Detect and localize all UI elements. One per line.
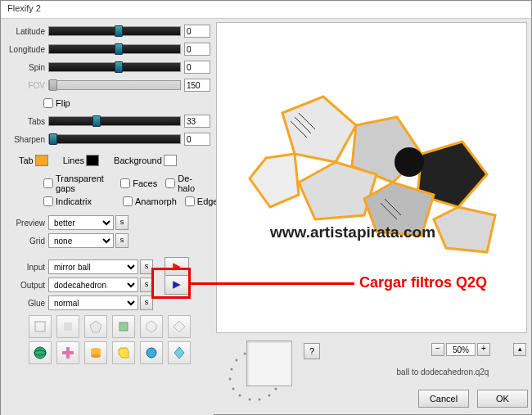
svg-rect-11 (62, 351, 74, 354)
lines-color-swatch[interactable] (86, 155, 99, 166)
sharpen-value[interactable] (184, 133, 210, 146)
fov-slider[interactable] (48, 80, 181, 90)
transparent-gaps-label: Transparent gaps (56, 174, 112, 193)
dialog-window: Flexify 2 Latitude Longitude Spin FOV Fl… (0, 0, 532, 415)
background-color-label: Background (114, 156, 162, 165)
preset-btn-5[interactable] (140, 315, 163, 338)
grid-select[interactable]: none (48, 233, 114, 248)
square-solid-icon (61, 320, 74, 333)
longitude-slider[interactable] (48, 44, 181, 54)
preset-btn-11[interactable] (140, 341, 163, 364)
preset-btn-9[interactable] (84, 341, 107, 364)
preview-select[interactable]: better (48, 215, 114, 230)
window-title: Flexify 2 (1, 1, 531, 19)
preset-btn-2[interactable] (56, 315, 79, 338)
spin-slider[interactable] (48, 62, 181, 72)
tab-color-label: Tab (19, 156, 34, 165)
sharpen-slider[interactable] (48, 134, 181, 144)
preset-btn-4[interactable] (112, 315, 135, 338)
svg-point-37 (229, 378, 232, 381)
anamorph-checkbox[interactable] (123, 196, 133, 206)
svg-point-31 (275, 388, 277, 390)
fov-label: FOV (4, 81, 45, 90)
svg-point-34 (249, 399, 251, 401)
svg-point-32 (268, 395, 271, 397)
svg-rect-3 (64, 323, 72, 331)
expand-button[interactable]: ▴ (513, 343, 526, 356)
tab-color-swatch[interactable] (35, 155, 48, 166)
svg-marker-7 (174, 321, 185, 332)
grid-select-label: Grid (4, 237, 45, 246)
plus-pink-icon (61, 346, 74, 359)
svg-rect-2 (35, 322, 45, 332)
cancel-button[interactable]: Cancel (418, 390, 469, 408)
tabs-slider[interactable] (48, 116, 181, 126)
glue-select[interactable]: normal (48, 295, 138, 310)
preview-reset-button[interactable]: s (115, 215, 128, 230)
dehalo-checkbox[interactable] (165, 178, 175, 188)
flip-checkbox[interactable] (43, 98, 53, 108)
preset-btn-3[interactable] (84, 315, 107, 338)
thumbnail-well[interactable] (246, 341, 292, 386)
svg-marker-6 (147, 321, 156, 332)
svg-point-35 (239, 395, 241, 397)
dehalo-label: De-halo (178, 174, 202, 193)
square-outline-icon (34, 320, 47, 333)
flip-label: Flip (56, 98, 70, 108)
diamond-icon (173, 320, 186, 333)
svg-point-8 (34, 347, 46, 359)
svg-marker-15 (119, 348, 128, 358)
zoom-in-button[interactable]: + (477, 343, 490, 356)
ok-button[interactable]: OK (477, 390, 528, 408)
preset-btn-10[interactable] (112, 341, 135, 364)
help-button[interactable]: ? (304, 343, 320, 359)
status-text: ball to dodecahedron.q2q (361, 368, 525, 377)
grid-reset-button[interactable]: s (115, 233, 128, 248)
indicatrix-checkbox[interactable] (43, 196, 53, 206)
edges-checkbox[interactable] (185, 196, 195, 206)
tabs-label: Tabs (4, 117, 45, 126)
preset-btn-12[interactable] (168, 341, 191, 364)
glue-select-label: Glue (4, 299, 45, 308)
tabs-value[interactable] (184, 115, 210, 128)
faces-label: Faces (133, 178, 157, 188)
output-select[interactable]: dodecahedron (48, 277, 138, 292)
svg-point-33 (259, 399, 261, 401)
watermark-text: www.artistapirata.com (270, 223, 435, 241)
svg-marker-18 (282, 97, 356, 162)
longitude-value[interactable] (184, 43, 210, 56)
preset-btn-1[interactable] (29, 315, 52, 338)
background-color-swatch[interactable] (164, 155, 177, 166)
zoom-value[interactable] (446, 343, 476, 356)
zoom-controls: − + (431, 343, 490, 356)
transparent-gaps-checkbox[interactable] (43, 178, 53, 188)
preset-btn-8[interactable] (56, 341, 79, 364)
latitude-slider[interactable] (48, 26, 181, 36)
sharpen-label: Sharpen (4, 135, 45, 144)
preset-btn-7[interactable] (29, 341, 52, 364)
annotation-text: Cargar filtros Q2Q (359, 274, 487, 291)
svg-point-38 (231, 368, 233, 371)
annotation-line (191, 282, 354, 285)
cylinder-icon (89, 346, 102, 359)
lines-color-label: Lines (63, 156, 84, 165)
latitude-label: Latitude (4, 27, 45, 36)
spin-value[interactable] (184, 61, 210, 74)
svg-point-36 (232, 388, 235, 390)
svg-marker-4 (90, 321, 101, 332)
indicatrix-label: Indicatrix (56, 196, 92, 206)
svg-marker-24 (434, 207, 495, 252)
annotation-highlight (151, 268, 191, 299)
fov-value[interactable] (184, 79, 210, 92)
zoom-out-button[interactable]: − (431, 343, 444, 356)
longitude-label: Longitude (4, 45, 45, 54)
latitude-value[interactable] (184, 25, 210, 38)
spin-label: Spin (4, 63, 45, 72)
svg-rect-5 (119, 323, 128, 331)
preset-btn-6[interactable] (168, 315, 191, 338)
input-select[interactable]: mirror ball (48, 259, 138, 274)
globe-icon (33, 345, 47, 360)
preview-select-label: Preview (4, 219, 45, 228)
faces-checkbox[interactable] (120, 178, 130, 188)
square-green-icon (117, 320, 130, 333)
